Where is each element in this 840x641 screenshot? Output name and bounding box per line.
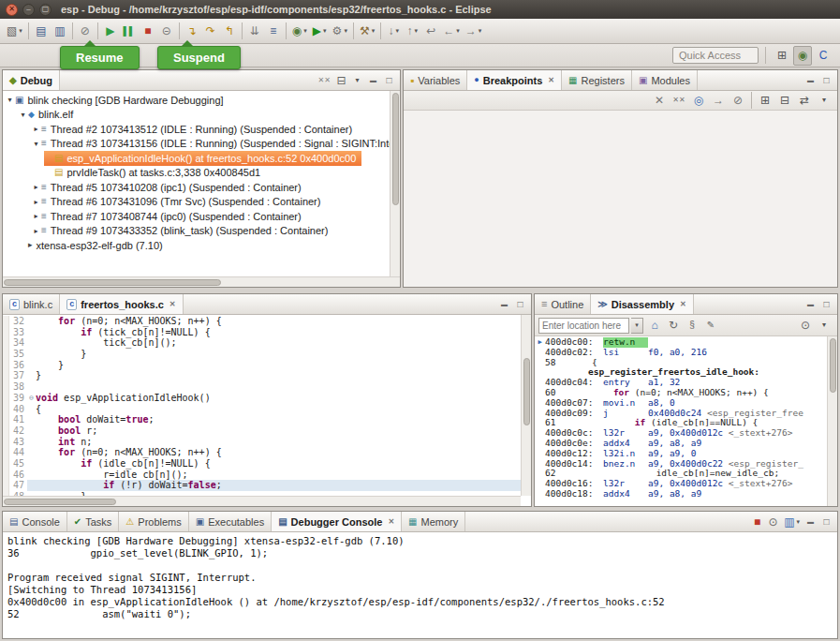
track-expression-button[interactable]: ✎ (701, 316, 720, 335)
expander-icon[interactable]: ▸ (31, 212, 41, 220)
debug-tree[interactable]: ▾▣blink checking [GDB Hardware Debugging… (3, 91, 390, 276)
scrollbar-thumb[interactable] (523, 358, 530, 425)
scrollbar-thumb[interactable] (4, 279, 221, 286)
minimize-button[interactable]: ▬ (803, 297, 818, 312)
code-line[interactable]: 33 if (tick_cb[n]!=NULL) { (3, 327, 521, 338)
maximize-button[interactable]: □ (818, 297, 834, 312)
view-menu-button[interactable]: ▾ (349, 73, 365, 88)
new-wizard-button[interactable]: ▧▾ (4, 22, 25, 41)
scrollbar-thumb[interactable] (830, 338, 836, 393)
tab-debug[interactable]: ◆Debug (3, 70, 60, 90)
code-line[interactable]: 46 r=idle_cb[n](); (3, 470, 521, 481)
fold-marker-icon[interactable]: ⊖ (27, 393, 36, 404)
view-menu-button[interactable]: ▾ (815, 316, 833, 335)
quick-access-field[interactable]: Quick Access (672, 47, 759, 64)
code-line[interactable]: 41 bool doWait=true; (3, 414, 521, 425)
tab-disassembly[interactable]: ≫Disassembly✕ (591, 294, 693, 314)
debug-tree-item[interactable]: ▸≡Thread #2 1073413512 (IDLE : Running) … (3, 122, 390, 137)
debug-tree-item[interactable]: ▸xtensa-esp32-elf-gdb (7.10) (3, 238, 390, 253)
expand-all-button[interactable]: ⊞ (756, 91, 774, 111)
save-button[interactable]: ▤ (32, 22, 51, 41)
new-wizard-dropdown-icon[interactable]: ▾ (19, 27, 22, 35)
code-line[interactable]: 47 if (!r) doWait=false; (3, 480, 521, 491)
step-into-button[interactable]: ↴ (183, 22, 201, 41)
display-selected-console-dropdown-icon[interactable]: ▾ (796, 518, 800, 526)
drop-to-frame-button[interactable]: ⇊ (245, 22, 264, 41)
breakpoints-content[interactable] (404, 111, 837, 287)
minimize-button[interactable]: – (22, 4, 35, 16)
minimize-button[interactable]: ▬ (803, 73, 818, 88)
maximize-button[interactable]: □ (381, 73, 397, 88)
close-tab-icon[interactable]: ✕ (169, 300, 176, 308)
code-line[interactable]: 42 bool r; (3, 425, 521, 437)
tab-problems[interactable]: ⚠Problems (119, 512, 188, 531)
back-button[interactable]: ←▾ (440, 22, 463, 41)
collapse-all-button[interactable]: ⊟ (333, 73, 349, 88)
console-output[interactable]: blink checking [GDB Hardware Debugging] … (3, 532, 837, 638)
debug-tree-item[interactable]: ▸≡Thread #7 1073408744 (ipc0) (Suspended… (3, 209, 390, 224)
close-tab-icon[interactable]: ✕ (388, 517, 394, 526)
code-line[interactable]: 44 for (n=0; n<MAX_HOOKS; n++) { (3, 447, 521, 458)
show-source-button[interactable]: § (683, 316, 701, 335)
step-return-button[interactable]: ↰ (220, 22, 239, 41)
minimize-button[interactable]: ▬ (496, 297, 512, 312)
build-dropdown-icon[interactable]: ▾ (372, 27, 376, 35)
suspend-button[interactable]: ▌▌ (120, 22, 139, 41)
minimize-button[interactable]: ▬ (365, 73, 381, 88)
editor-horizontal-scrollbar[interactable] (3, 496, 521, 506)
skip-all-breakpoints-button[interactable]: ⊘ (729, 91, 747, 111)
code-line[interactable]: 32 for (n=0; n<MAX_HOOKS; n++) { (3, 316, 521, 327)
close-tab-icon[interactable]: ✕ (680, 300, 686, 308)
cpp-perspective-button[interactable]: C (814, 46, 833, 66)
run-dropdown-icon[interactable]: ▾ (323, 27, 327, 35)
disconnect-button[interactable]: ⊝ (157, 22, 176, 41)
tab-debugger-console[interactable]: ▤Debugger Console✕ (272, 512, 402, 531)
expander-icon[interactable]: ▸ (31, 198, 41, 206)
sync-button[interactable]: ↻ (664, 316, 683, 335)
maximize-button[interactable]: ▢ (39, 4, 52, 16)
tab-breakpoints[interactable]: ●Breakpoints✕ (467, 70, 562, 90)
code-line[interactable]: 45 if (idle_cb[n]!=NULL) { (3, 458, 521, 470)
tab-memory[interactable]: ▦Memory (402, 512, 465, 531)
open-perspective-button[interactable]: ⊞ (773, 46, 791, 66)
resume-button[interactable]: ▶ (101, 22, 120, 41)
tab-outline[interactable]: ≡Outline (535, 294, 591, 314)
expander-icon[interactable]: ▾ (5, 96, 15, 104)
code-line[interactable]: 35 } (3, 349, 521, 360)
editor-vertical-scrollbar[interactable] (521, 315, 531, 496)
maximize-button[interactable]: □ (818, 73, 834, 88)
run-button[interactable]: ▶▾ (310, 22, 330, 41)
code-line[interactable]: 37} (3, 370, 521, 381)
maximize-button[interactable]: □ (818, 514, 834, 529)
external-tools-button[interactable]: ⚙▾ (330, 22, 350, 41)
location-input[interactable] (538, 318, 629, 334)
debug-dropdown-icon[interactable]: ▾ (303, 27, 307, 35)
debug-tree-item[interactable]: ▸≡Thread #5 1073410208 (ipc1) (Suspended… (3, 180, 390, 195)
tab-modules[interactable]: ▣Modules (632, 70, 698, 90)
previous-annotation-button[interactable]: ↑▾ (403, 22, 421, 41)
disassembly-content[interactable]: ▶400d0c00:retw.n400d0c02:lsif0, a0, 2165… (535, 336, 827, 506)
tab-registers[interactable]: ▦Registers (562, 70, 632, 90)
maximize-button[interactable]: □ (512, 297, 528, 312)
go-to-pc-button[interactable]: ⌂ (645, 316, 664, 335)
last-edit-location-button[interactable]: ↩ (421, 22, 440, 41)
pin-console-button[interactable]: ⊙ (765, 514, 781, 529)
code-line[interactable]: 40{ (3, 404, 521, 415)
code-line[interactable]: 39⊖void esp_vApplicationIdleHook() (3, 393, 521, 404)
terminate-button[interactable]: ■ (139, 22, 157, 41)
next-annotation-button[interactable]: ↓▾ (384, 22, 403, 41)
scrollbar-thumb[interactable] (4, 499, 116, 505)
debug-tree-item[interactable]: ▾≡Thread #3 1073413156 (IDLE : Running) … (3, 137, 390, 152)
disassembly-line[interactable]: 400d0c02:lsif0, a0, 216 (535, 348, 827, 358)
debug-button[interactable]: ◉▾ (289, 22, 310, 41)
code-line[interactable]: 38 (3, 381, 521, 393)
link-with-debug-view-button[interactable]: ⇄ (795, 91, 814, 111)
debug-tree-item[interactable]: ▸≡Thread #6 1073431096 (Tmr Svc) (Suspen… (3, 195, 390, 210)
minimize-button[interactable]: ▬ (803, 514, 818, 529)
close-button[interactable]: ✕ (6, 4, 18, 16)
tab-executables[interactable]: ▣Executables (189, 512, 272, 531)
display-selected-console-button[interactable]: ▥▾ (781, 514, 803, 529)
remove-all-breakpoints-button[interactable]: ✕✕ (670, 91, 688, 111)
scrollbar-thumb[interactable] (392, 93, 399, 205)
code-line[interactable]: 43 int n; (3, 437, 521, 448)
